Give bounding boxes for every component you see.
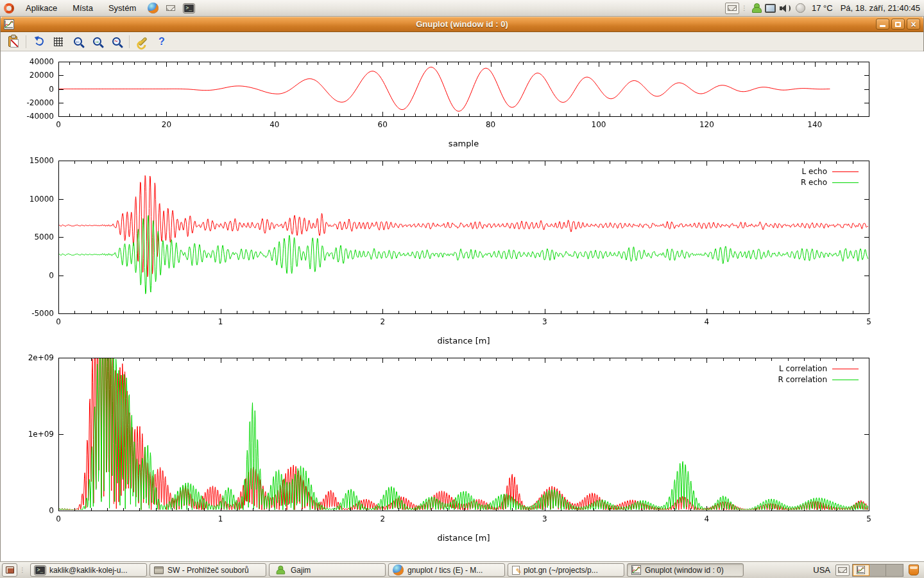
gnuplot-icon (631, 565, 641, 575)
copy-to-clipboard-icon (8, 36, 17, 47)
firefox-launcher[interactable] (146, 1, 160, 15)
text-editor-icon (512, 566, 520, 575)
display-icon[interactable] (765, 4, 776, 13)
applet-handle: ⋮ (19, 566, 26, 574)
volume-icon[interactable] (780, 4, 791, 13)
help-button[interactable]: ? (153, 34, 170, 49)
minimize-button[interactable] (876, 19, 889, 30)
workspace-1[interactable] (853, 565, 869, 576)
minimize-icon (880, 25, 886, 27)
menu-system[interactable]: Systém (101, 0, 144, 16)
task-file-manager[interactable]: SW - Prohlížeč souborů (150, 563, 266, 577)
firefox-icon (148, 3, 158, 13)
task-firefox[interactable]: gnuplot / tics (E) - M... (388, 563, 505, 577)
task-terminal[interactable]: >_ kaklik@kaklik-kolej-u... (30, 563, 147, 577)
terminal-icon: >_ (35, 566, 46, 575)
user-switcher-icon[interactable] (752, 3, 760, 13)
clock[interactable]: Pá, 18. září, 21:40:45 (837, 3, 924, 13)
window-controls: × (876, 19, 923, 30)
configure-button[interactable] (134, 34, 151, 49)
weather-icon[interactable] (796, 3, 805, 13)
message-icon (728, 5, 737, 11)
plot-surface (1, 51, 924, 561)
workspace-applet-message[interactable] (835, 565, 850, 576)
keyboard-layout-indicator[interactable]: USA (813, 565, 830, 575)
window-titlebar[interactable]: Gnuplot (window id : 0) × (1, 17, 923, 32)
workspace-3[interactable] (886, 565, 903, 576)
taskbar: ⋮ >_ kaklik@kaklik-kolej-u... SW - Prohl… (0, 561, 924, 578)
gnuplot-window: Gnuplot (window id : 0) × ← → ~ ? (0, 17, 924, 561)
toolbar-separator (129, 35, 130, 48)
task-gnuplot[interactable]: Gnuplot (window id : 0) (627, 563, 744, 577)
window-title: Gnuplot (window id : 0) (1, 19, 923, 29)
autoscale-icon: ~ (112, 37, 121, 46)
zoom-next-button[interactable]: → (89, 34, 105, 49)
email-launcher[interactable] (164, 1, 178, 15)
menu-places[interactable]: Místa (65, 0, 101, 16)
zoom-next-icon: → (93, 37, 101, 46)
show-desktop-button[interactable] (2, 563, 17, 577)
mail-notifier[interactable] (725, 3, 739, 14)
close-button[interactable]: × (907, 19, 920, 30)
task-label: Gajim (291, 566, 311, 575)
toolbar-separator (26, 35, 26, 48)
gnuplot-charts[interactable] (1, 51, 924, 561)
task-text-editor[interactable]: plot.gn (~/projects/p... (508, 563, 624, 577)
gnuplot-window-icon (4, 19, 14, 30)
gnuplot-icon (857, 566, 865, 574)
task-gajim[interactable]: Gajim (269, 563, 386, 577)
maximize-button[interactable] (891, 19, 905, 30)
firefox-icon (393, 565, 404, 575)
top-panel: Aplikace Místa Systém >_ ⋮ 17 °C Pá, 18.… (0, 0, 924, 17)
trash-applet[interactable] (909, 565, 919, 575)
terminal-icon: >_ (184, 4, 194, 13)
menu-applications[interactable]: Aplikace (18, 0, 65, 16)
volume-wave (787, 5, 791, 12)
replot-icon (34, 36, 45, 47)
show-desktop-icon (6, 566, 14, 574)
toggle-grid-button[interactable] (50, 34, 67, 49)
workspace-2[interactable] (869, 565, 886, 576)
zoom-previous-icon: ← (74, 37, 82, 46)
applet-handle: ⋮ (741, 4, 748, 12)
gnuplot-toolbar: ← → ~ ? (1, 32, 923, 51)
gajim-icon (277, 566, 284, 575)
close-icon: × (911, 20, 916, 29)
terminal-launcher[interactable]: >_ (182, 1, 196, 15)
maximize-icon (895, 22, 901, 27)
grid-icon (54, 37, 63, 46)
applications-menu-button[interactable] (2, 1, 16, 15)
message-icon (838, 567, 847, 573)
zoom-previous-button[interactable]: ← (69, 34, 86, 49)
ubuntu-logo-icon (4, 3, 14, 13)
file-manager-icon (154, 566, 164, 574)
copy-to-clipboard-button[interactable] (4, 34, 21, 49)
workspace-switcher (852, 564, 903, 577)
task-label: kaklik@kaklik-kolej-u... (49, 566, 128, 575)
task-label: Gnuplot (window id : 0) (645, 566, 724, 575)
help-icon: ? (158, 36, 165, 48)
temperature-label: 17 °C (808, 3, 837, 13)
task-label: SW - Prohlížeč souborů (167, 566, 249, 575)
task-label: plot.gn (~/projects/p... (524, 566, 598, 575)
autoscale-button[interactable]: ~ (108, 34, 124, 49)
task-label: gnuplot / tics (E) - M... (407, 566, 483, 575)
envelope-icon (166, 5, 175, 11)
wrench-icon (138, 37, 147, 46)
replot-button[interactable] (31, 34, 47, 49)
